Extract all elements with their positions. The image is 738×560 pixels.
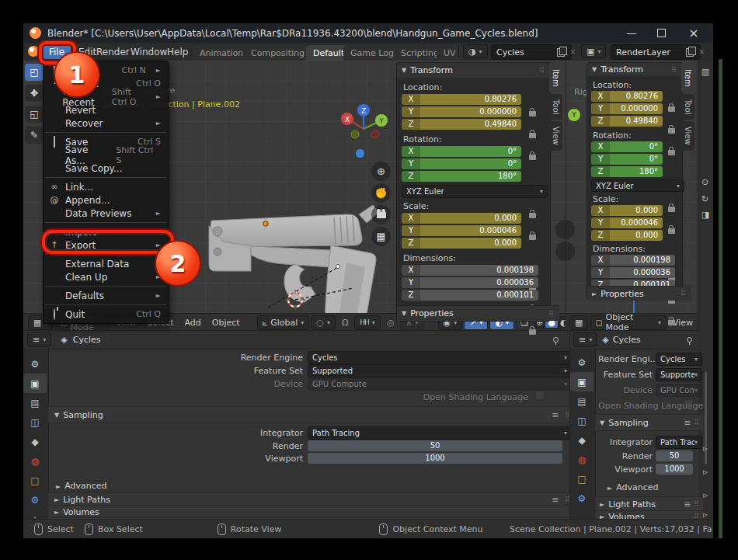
dim-z-field[interactable]: Z0.000101 bbox=[402, 290, 538, 301]
preset-list-icon[interactable]: ≡ bbox=[684, 418, 691, 428]
dim-y-field[interactable]: Y0.000036 bbox=[591, 267, 675, 278]
unlink-scene-icon[interactable]: × bbox=[569, 47, 576, 56]
menu-item-data-previews[interactable]: Data Previews► bbox=[44, 207, 168, 220]
lock-icon[interactable] bbox=[668, 228, 675, 234]
tab-output-icon[interactable]: ▤ bbox=[570, 391, 594, 411]
tab-tool-icon[interactable]: ⚙ bbox=[23, 354, 47, 374]
new-scene-icon[interactable] bbox=[557, 48, 565, 57]
render-samples-slider[interactable]: 50 bbox=[656, 450, 693, 461]
new-view-layer-icon[interactable] bbox=[686, 48, 694, 57]
tab-modifier-icon[interactable]: ⚙ bbox=[570, 489, 594, 508]
rotate-icon[interactable]: ↻ bbox=[701, 194, 708, 204]
menu-item-link[interactable]: ∞Link... bbox=[44, 180, 168, 193]
workspace-tab-compositing[interactable]: Compositing bbox=[244, 45, 312, 61]
location-x-field[interactable]: X0.80276 bbox=[591, 91, 663, 102]
keyframe-icon[interactable]: ⊳ bbox=[702, 468, 708, 476]
tab-item[interactable]: Item bbox=[681, 64, 694, 92]
osl-checkbox[interactable] bbox=[536, 391, 544, 399]
blender-menu-icon[interactable] bbox=[28, 46, 39, 57]
pin-icon[interactable] bbox=[553, 337, 559, 343]
scale-tool-button[interactable]: ◱ bbox=[25, 106, 44, 123]
properties-panel-header[interactable]: ► Properties ⠿ bbox=[587, 286, 691, 301]
properties-panel-header[interactable]: ▼ Properties ⠿ bbox=[397, 305, 559, 321]
keyframe-icon[interactable]: ⊳ bbox=[702, 511, 708, 519]
add-menu[interactable]: Add bbox=[179, 315, 205, 329]
editor-type-button[interactable]: ≡▾ bbox=[573, 332, 597, 347]
workspace-tab-animation[interactable]: Animation bbox=[193, 45, 250, 61]
move-tool-button[interactable]: ✥✛ bbox=[25, 85, 44, 102]
axis-y-ball[interactable]: Y bbox=[568, 109, 580, 121]
tab-object-icon[interactable]: □ bbox=[570, 469, 594, 489]
lock-icon[interactable] bbox=[668, 320, 675, 325]
tab-modifier-icon[interactable]: ⚙ bbox=[23, 490, 47, 510]
scene-browse-button[interactable]: ◑▾ bbox=[463, 44, 488, 58]
drag-dots-icon[interactable]: ⠿ bbox=[694, 500, 700, 508]
tab-output-icon[interactable]: ▤ bbox=[23, 393, 47, 412]
scale-y-field[interactable]: Y0.000046 bbox=[402, 225, 521, 236]
filter-icon[interactable]: ▥ bbox=[701, 67, 709, 77]
dim-x-field[interactable]: X0.000198 bbox=[402, 265, 538, 276]
dim-y-field[interactable]: Y0.000036 bbox=[402, 277, 538, 288]
integrator-dropdown[interactable]: Path Tracing▾ bbox=[308, 426, 572, 440]
drag-dots-icon[interactable]: ⠿ bbox=[694, 419, 700, 426]
light-paths-panel-header[interactable]: ►Light Paths ≡ ⠿ bbox=[595, 496, 703, 512]
tab-render-icon[interactable]: ▣ bbox=[23, 374, 47, 393]
scale-x-field[interactable]: X0.000 bbox=[591, 205, 663, 216]
zoom-button[interactable]: ⊕ bbox=[371, 162, 391, 181]
tab-world-icon[interactable]: ◍ bbox=[570, 450, 594, 469]
feature-set-dropdown[interactable]: Supported▾ bbox=[308, 364, 572, 377]
scale-y-field[interactable]: Y0.000046 bbox=[591, 217, 663, 228]
lock-icon[interactable] bbox=[529, 213, 536, 218]
lock-icon[interactable] bbox=[529, 111, 536, 117]
feature-set-dropdown[interactable]: Supported▾ bbox=[656, 368, 702, 381]
lock-icon[interactable] bbox=[529, 155, 536, 160]
menu-item-append[interactable]: @Append... bbox=[44, 193, 168, 207]
tab-view[interactable]: View bbox=[549, 121, 562, 151]
tab-scene-icon[interactable]: ◆ bbox=[23, 432, 47, 451]
mode-dropdown[interactable]: ◻Object Mode▾ bbox=[590, 315, 666, 330]
location-z-field[interactable]: Z0.49840 bbox=[591, 116, 663, 127]
tab-world-icon[interactable]: ◍ bbox=[23, 451, 47, 471]
pin-icon[interactable] bbox=[687, 337, 692, 343]
rotation-z-field[interactable]: Z180° bbox=[591, 166, 663, 177]
advanced-panel-header[interactable]: ►Advanced bbox=[56, 481, 107, 491]
viewport-samples-slider[interactable]: 1000 bbox=[656, 464, 693, 475]
rotation-y-field[interactable]: Y0° bbox=[402, 158, 521, 169]
transform-panel-header[interactable]: ▼ Transform ⠿ bbox=[587, 63, 682, 76]
close-button[interactable]: × bbox=[681, 23, 707, 43]
transform-panel-header[interactable]: ▼ Transform ⠿ bbox=[397, 63, 550, 78]
keyframe-icon[interactable]: ⊳ bbox=[702, 492, 708, 499]
render-samples-slider[interactable]: 50 bbox=[308, 440, 562, 451]
location-y-field[interactable]: Y0.000000 bbox=[591, 103, 663, 114]
menu-item-save-as[interactable]: Save As...Shift Ctrl S bbox=[44, 148, 168, 162]
camera-view-button[interactable] bbox=[371, 205, 391, 224]
scene-name-field[interactable]: Cycles bbox=[491, 44, 572, 60]
tab-object-icon[interactable]: □ bbox=[23, 471, 47, 490]
tab-tool-icon[interactable]: ⚙ bbox=[570, 353, 594, 372]
preset-list-icon[interactable]: ≡ bbox=[552, 495, 559, 505]
dim-x-field[interactable]: X0.000198 bbox=[591, 255, 675, 266]
menu-item-clean-up[interactable]: Clean Up► bbox=[44, 270, 168, 283]
camera-restrict-icon[interactable]: ◨ bbox=[701, 210, 709, 220]
annotate-tool-button[interactable]: ✎ bbox=[25, 127, 44, 144]
lock-icon[interactable] bbox=[529, 329, 536, 335]
pan-hand-button[interactable]: ✊✋ bbox=[371, 183, 391, 203]
tab-view-layer-icon[interactable]: ◫ bbox=[23, 412, 47, 432]
scale-z-field[interactable]: Z0.000 bbox=[402, 238, 521, 249]
rotation-x-field[interactable]: X0° bbox=[402, 146, 521, 157]
snap-dropdown[interactable]: HH▾ bbox=[354, 315, 381, 330]
location-x-field[interactable]: X0.80276 bbox=[402, 94, 521, 105]
ortho-toggle-button[interactable]: ▦ bbox=[371, 227, 391, 246]
menu-item-external-data[interactable]: External Data► bbox=[44, 257, 168, 270]
device-dropdown[interactable]: GPU Com..▾ bbox=[656, 384, 702, 397]
render-engine-dropdown[interactable]: Cycles▾ bbox=[656, 353, 702, 366]
rotation-mode-dropdown[interactable]: XYZ Euler▾ bbox=[591, 179, 684, 192]
tab-tool[interactable]: Tool bbox=[681, 94, 694, 120]
preset-list-icon[interactable]: ≡ bbox=[684, 499, 691, 510]
axis-gizmo[interactable]: X Y Z bbox=[338, 103, 392, 148]
lock-icon[interactable] bbox=[529, 133, 536, 138]
sampling-panel-header[interactable]: ▼Sampling ≡ ⠿ bbox=[595, 414, 703, 431]
viewport-samples-slider[interactable]: 1000 bbox=[308, 453, 562, 464]
lock-icon[interactable] bbox=[668, 207, 675, 212]
tab-view[interactable]: View bbox=[681, 121, 694, 151]
